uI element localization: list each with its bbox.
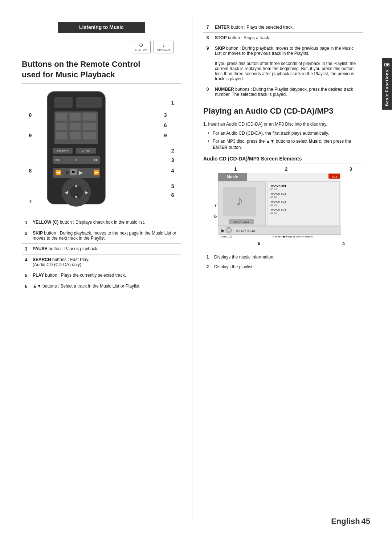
right-column: 7 ENTER button : Plays the selected trac…	[192, 15, 381, 522]
screen-svg: Music 1/13 ♪ TRACK 001 TRACK 001 00:43 T…	[218, 173, 341, 242]
remote-label-8: 8	[29, 168, 32, 174]
svg-rect-8	[70, 123, 81, 130]
row-num: 6	[22, 281, 30, 292]
svg-rect-1	[54, 97, 73, 108]
remote-label-0: 0	[29, 112, 32, 118]
mp3-wma-icon-badge: ♪ MP3/WMA	[154, 41, 174, 53]
row-text: SEARCH buttons : Fast Play.(Audio CD (CD…	[30, 255, 181, 270]
svg-rect-11	[70, 132, 81, 139]
remote-svg: SUBTITLE AUDIO ⏮ i n ⏭ ⏪ ■ ■ ▶ ⏩ ▲	[44, 90, 116, 209]
list-item: For an Audio CD (CD-DA), the first track…	[208, 130, 363, 137]
audio-cd-icon: ⊙	[139, 42, 143, 48]
screen-label-4: 4	[342, 241, 345, 246]
svg-text:TRACK 004: TRACK 004	[270, 208, 286, 211]
svg-text:n: n	[75, 158, 77, 162]
row-num: 4	[22, 255, 30, 270]
feature-table: 1 YELLOW (C) button : Displays check box…	[22, 217, 181, 292]
svg-rect-10	[56, 132, 67, 139]
screen-label-5: 5	[258, 241, 260, 246]
table-row: 9 SKIP button : During playback, moves t…	[203, 43, 363, 84]
svg-text:Audio CD: Audio CD	[220, 235, 232, 238]
remote-label-9-left: 9	[29, 133, 32, 138]
row-text: ▲▼ buttons : Select a track in the Music…	[30, 281, 181, 292]
row-num: 3	[22, 244, 30, 255]
row-num: 1	[203, 252, 212, 262]
remote-label-6b: 6	[171, 192, 174, 198]
section1-title: Buttons on the Remote Control used for M…	[22, 59, 181, 80]
page-footer: English 45	[331, 517, 370, 526]
svg-text:04:20: 04:20	[270, 212, 277, 215]
svg-text:◀: ◀	[64, 190, 68, 195]
svg-text:Music: Music	[226, 175, 238, 179]
table-row: 5 PLAY button : Plays the currently sele…	[22, 270, 181, 281]
svg-rect-7	[56, 123, 67, 130]
remote-label-5: 5	[171, 183, 174, 189]
row-num: 2	[22, 228, 30, 244]
step1-text: 1. Insert an Audio CD (CD-DA) or an MP3 …	[203, 121, 363, 127]
svg-text:TRACK 002: TRACK 002	[270, 192, 286, 195]
svg-text:i: i	[67, 158, 68, 162]
screen-label-3: 3	[350, 166, 352, 172]
row-text: SKIP button : During playback, moves to …	[212, 43, 363, 84]
screen-diagram: 1 2 3 Music 1/13 ♪ TRACK 001	[214, 166, 352, 246]
screen-label-1: 1	[234, 166, 237, 172]
svg-text:▶: ▶	[221, 228, 225, 233]
table-row: 0 NUMBER buttons : During the Playlist p…	[203, 84, 363, 100]
table-row: 3 PAUSE button : Pauses playback.	[22, 244, 181, 255]
screen-label-7: 7	[214, 203, 217, 208]
bullet-list: For an Audio CD (CD-DA), the first track…	[203, 130, 363, 151]
list-item: For an MP3 disc, press the ▲▼ buttons to…	[208, 138, 363, 151]
row-num: 5	[22, 270, 30, 281]
row-num: 2	[203, 262, 212, 272]
right-feature-table: 7 ENTER button : Plays the selected trac…	[203, 22, 363, 99]
section-header: Listening to Music	[58, 22, 145, 33]
table-row: 1 YELLOW (C) button : Displays check box…	[22, 217, 181, 228]
table-row: 8 STOP button : Stops a track.	[203, 33, 363, 43]
svg-text:⏮: ⏮	[55, 157, 60, 162]
remote-label-9-right: 9	[164, 133, 167, 138]
svg-text:03:10: 03:10	[270, 196, 277, 199]
row-text: PAUSE button : Pauses playback.	[30, 244, 181, 255]
remote-label-7: 7	[29, 199, 32, 204]
svg-point-57	[228, 229, 230, 231]
bottom-table: 1 Displays the music information. 2 Disp…	[203, 252, 363, 272]
svg-rect-45	[267, 182, 340, 226]
svg-rect-5	[70, 113, 81, 121]
svg-text:▶: ▶	[85, 190, 88, 195]
svg-text:■: ■	[65, 170, 68, 175]
table-row: 1 Displays the music information.	[203, 252, 363, 262]
row-num: 1	[22, 217, 30, 228]
svg-text:04:45: 04:45	[270, 204, 277, 207]
svg-text:♪: ♪	[236, 192, 243, 208]
screen-label-6: 6	[214, 213, 217, 219]
svg-rect-9	[83, 123, 96, 130]
row-text: ENTER button : Plays the selected track.	[212, 22, 363, 33]
screen-label-2: 2	[285, 166, 287, 172]
remote-label-2: 2	[171, 148, 174, 154]
row-text: SKIP button : During playback, moves to …	[30, 228, 181, 244]
audio-cd-icon-badge: ⊙ Audio CD	[132, 41, 151, 53]
row-text: STOP button : Stops a track.	[212, 33, 363, 43]
svg-text:▼: ▼	[74, 195, 78, 200]
table-row: 2 SKIP button : During playback, moves t…	[22, 228, 181, 244]
mp3-wma-label: MP3/WMA	[157, 49, 171, 52]
row-text: Displays the music information.	[212, 252, 363, 262]
svg-text:TRACK 001: TRACK 001	[234, 221, 249, 224]
svg-text:AUDIO: AUDIO	[82, 150, 90, 152]
row-num: 8	[203, 33, 212, 43]
format-icons: ⊙ Audio CD ♪ MP3/WMA	[22, 41, 181, 53]
svg-text:⊙ Enter  ◀▶ Page  ☰ Tools  ↩ R: ⊙ Enter ◀▶ Page ☰ Tools ↩ Return	[272, 235, 313, 238]
svg-text:■: ■	[72, 169, 74, 175]
remote-label-1: 1	[171, 100, 174, 106]
side-tab: 06 Basic Functions	[382, 58, 392, 110]
row-text: PLAY button : Plays the currently select…	[30, 270, 181, 281]
remote-label-6: 6	[164, 122, 167, 128]
table-row: 2 Displays the playlist.	[203, 262, 363, 272]
svg-text:⏩: ⏩	[93, 170, 99, 176]
table-row: 6 ▲▼ buttons : Select a track in the Mus…	[22, 281, 181, 292]
chapter-label: Basic Functions	[385, 70, 389, 106]
row-num: 9	[203, 43, 212, 84]
svg-rect-12	[83, 132, 96, 139]
svg-rect-6	[83, 113, 96, 121]
mp3-wma-icon: ♪	[162, 42, 165, 48]
